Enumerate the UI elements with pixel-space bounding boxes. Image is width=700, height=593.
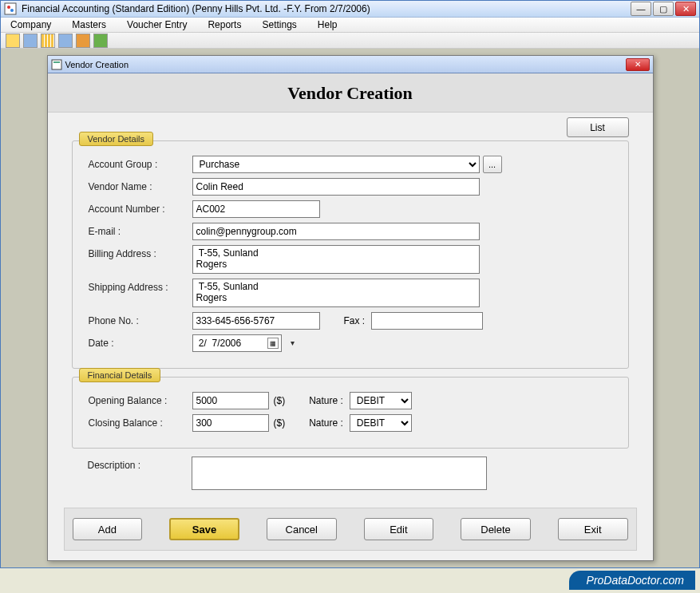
button-bar: Add Save Cancel Edit Delete Exit <box>64 508 637 551</box>
menu-help[interactable]: Help <box>314 18 341 32</box>
opening-nature-select[interactable]: DEBIT <box>350 392 412 409</box>
closing-balance-label: Closing Balance : <box>89 417 192 429</box>
description-input[interactable] <box>192 457 487 490</box>
window-controls: — ▢ ✕ <box>631 2 696 16</box>
vendor-name-label: Vendor Name : <box>89 181 192 192</box>
opening-currency: ($) <box>274 395 286 406</box>
account-number-input[interactable] <box>192 200 320 218</box>
menu-masters[interactable]: Masters <box>69 18 109 32</box>
menu-reports[interactable]: Reports <box>204 18 244 32</box>
cancel-button[interactable]: Cancel <box>267 518 337 540</box>
minimize-button[interactable]: — <box>631 2 651 16</box>
add-button[interactable]: Add <box>73 518 143 540</box>
edit-button[interactable]: Edit <box>364 518 434 540</box>
toolbar-icon-2[interactable] <box>23 34 38 48</box>
vendor-name-input[interactable] <box>192 178 480 196</box>
svg-point-1 <box>7 6 10 9</box>
opening-balance-input[interactable] <box>192 392 269 409</box>
toolbar-icon-1[interactable] <box>6 34 20 48</box>
dialog-title: Vendor Creation <box>65 60 626 69</box>
chevron-down-icon[interactable]: ▾ <box>291 338 295 347</box>
financial-details-legend: Financial Details <box>79 368 161 382</box>
email-input[interactable] <box>192 223 480 240</box>
menu-settings[interactable]: Settings <box>259 18 299 32</box>
financial-details-group: Financial Details Opening Balance : ($) … <box>72 377 629 449</box>
date-input[interactable] <box>192 334 282 352</box>
content-area: Vendor Creation ✕ Vendor Creation List V… <box>1 49 699 567</box>
phone-input[interactable] <box>192 312 320 330</box>
svg-rect-0 <box>5 3 16 14</box>
vendor-creation-dialog: Vendor Creation ✕ Vendor Creation List V… <box>47 55 654 561</box>
description-label: Description : <box>88 457 192 471</box>
delete-button[interactable]: Delete <box>461 518 531 540</box>
window-title: Financial Accounting (Standard Edition) … <box>22 3 631 14</box>
account-group-label: Account Group : <box>89 159 192 170</box>
menu-voucher-entry[interactable]: Voucher Entry <box>124 18 190 32</box>
close-button[interactable]: ✕ <box>675 2 696 16</box>
fax-input[interactable] <box>371 312 483 330</box>
account-group-select[interactable]: Purchase <box>192 156 480 173</box>
vendor-details-group: Vendor Details Account Group : Purchase … <box>72 140 629 369</box>
shipping-address-label: Shipping Address : <box>89 279 192 293</box>
svg-rect-4 <box>53 61 60 63</box>
closing-nature-select[interactable]: DEBIT <box>350 414 412 432</box>
toolbar-icon-4[interactable] <box>58 34 73 48</box>
svg-rect-3 <box>52 60 61 69</box>
toolbar <box>1 33 699 49</box>
toolbar-icon-5[interactable] <box>76 34 90 48</box>
menubar: Company Masters Voucher Entry Reports Se… <box>1 18 699 33</box>
closing-nature-label: Nature : <box>309 417 343 429</box>
maximize-button[interactable]: ▢ <box>653 2 674 16</box>
save-button[interactable]: Save <box>169 518 239 540</box>
billing-address-input[interactable] <box>192 245 480 274</box>
vendor-details-legend: Vendor Details <box>79 132 154 146</box>
menu-company[interactable]: Company <box>7 18 54 32</box>
closing-currency: ($) <box>274 417 286 429</box>
shipping-address-input[interactable] <box>192 279 480 307</box>
dialog-close-button[interactable]: ✕ <box>626 58 650 71</box>
app-icon <box>4 2 17 15</box>
list-button[interactable]: List <box>567 117 629 137</box>
titlebar: Financial Accounting (Standard Edition) … <box>1 1 699 18</box>
email-label: E-mail : <box>89 226 192 237</box>
closing-balance-input[interactable] <box>192 414 269 432</box>
toolbar-icon-6[interactable] <box>93 34 108 48</box>
dialog-icon <box>51 59 62 70</box>
opening-balance-label: Opening Balance : <box>89 395 192 406</box>
footer-badge: ProDataDoctor.com <box>569 571 695 590</box>
exit-button[interactable]: Exit <box>558 518 628 540</box>
phone-label: Phone No. : <box>89 315 192 326</box>
fax-label: Fax : <box>344 315 366 326</box>
main-window: Financial Accounting (Standard Edition) … <box>0 0 700 568</box>
date-label: Date : <box>89 338 192 349</box>
account-group-ellipsis-button[interactable]: ... <box>483 156 502 173</box>
dialog-body: Vendor Creation List Vendor Details Acco… <box>48 73 653 560</box>
toolbar-icon-3[interactable] <box>41 34 55 48</box>
opening-nature-label: Nature : <box>309 395 343 406</box>
dialog-titlebar: Vendor Creation ✕ <box>48 56 653 73</box>
billing-address-label: Billing Address : <box>89 245 192 259</box>
account-number-label: Account Number : <box>89 204 192 215</box>
dialog-heading: Vendor Creation <box>48 73 653 113</box>
svg-point-2 <box>10 9 14 12</box>
